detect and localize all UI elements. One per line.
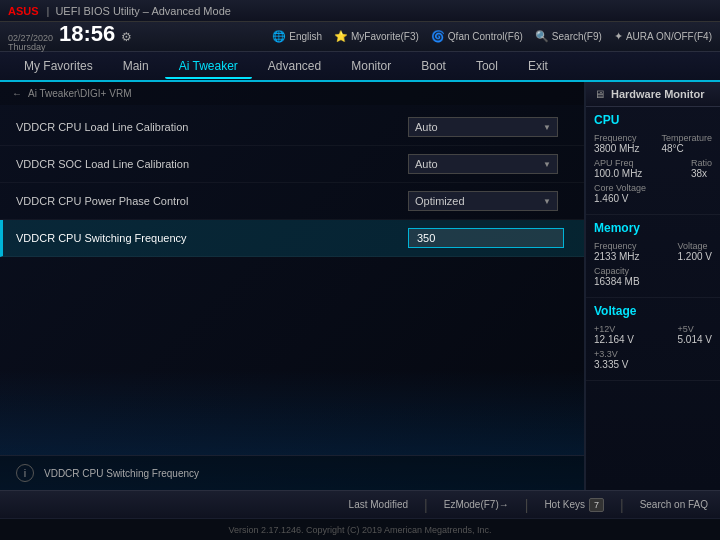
qfan-button[interactable]: 🌀 Qfan Control(F6) — [431, 30, 523, 43]
search-label: Search(F9) — [552, 31, 602, 42]
hw-capacity-row: Capacity 16384 MB — [594, 266, 712, 287]
toolbar: 🌐 English ⭐ MyFavorite(F3) 🌀 Qfan Contro… — [272, 30, 712, 43]
bios-title: UEFI BIOS Utility – Advanced Mode — [55, 5, 230, 17]
language-label: English — [289, 31, 322, 42]
settings-list: VDDCR CPU Load Line Calibration Auto ▼ V… — [0, 105, 584, 261]
info-bar: i VDDCR CPU Switching Frequency — [0, 455, 584, 490]
search-faq-button[interactable]: Search on FAQ — [640, 499, 708, 510]
bottombar: Last Modified | EzMode(F7)→ | Hot Keys 7… — [0, 490, 720, 518]
language-selector[interactable]: 🌐 English — [272, 30, 322, 43]
nav-monitor[interactable]: Monitor — [337, 55, 405, 77]
last-modified-item: Last Modified — [349, 499, 408, 510]
hw-cpu-freq-row: Frequency 3800 MHz Temperature 48°C — [594, 133, 712, 154]
hw-33v-row: +3.3V 3.335 V — [594, 349, 712, 370]
setting-label-vddcr-cpu-power: VDDCR CPU Power Phase Control — [16, 195, 408, 207]
setting-row-vddcr-soc-load[interactable]: VDDCR SOC Load Line Calibration Auto ▼ — [0, 146, 584, 183]
dropdown-value-vddcr-cpu-power: Optimized — [415, 195, 537, 207]
hw-apufreq-value: 100.0 MHz — [594, 168, 642, 179]
separator-1: | — [424, 497, 428, 513]
dropdown-arrow-icon-2: ▼ — [543, 160, 551, 169]
dropdown-vddcr-cpu-power[interactable]: Optimized ▼ — [408, 191, 558, 211]
myfavorite-label: MyFavorite(F3) — [351, 31, 419, 42]
search-icon: 🔍 — [535, 30, 549, 43]
setting-row-vddcr-cpu-load[interactable]: VDDCR CPU Load Line Calibration Auto ▼ — [0, 109, 584, 146]
hw-memvolt-label: Voltage — [678, 241, 712, 251]
nav-exit[interactable]: Exit — [514, 55, 562, 77]
nav-advanced[interactable]: Advanced — [254, 55, 335, 77]
hotkeys-item: Hot Keys 7 — [544, 498, 604, 512]
favorites-icon: ⭐ — [334, 30, 348, 43]
myfavorite-button[interactable]: ⭐ MyFavorite(F3) — [334, 30, 419, 43]
hw-corevolt-label: Core Voltage — [594, 183, 646, 193]
setting-label-vddcr-cpu-load: VDDCR CPU Load Line Calibration — [16, 121, 408, 133]
dropdown-arrow-icon: ▼ — [543, 123, 551, 132]
nav-my-favorites[interactable]: My Favorites — [10, 55, 107, 77]
setting-control-vddcr-cpu-load: Auto ▼ — [408, 117, 568, 137]
asus-logo: ASUS — [8, 5, 39, 17]
hw-memory-title: Memory — [594, 221, 712, 235]
hw-33v-label: +3.3V — [594, 349, 628, 359]
hw-voltage-title: Voltage — [594, 304, 712, 318]
nav-main[interactable]: Main — [109, 55, 163, 77]
hw-corevolt-row: Core Voltage 1.460 V — [594, 183, 712, 204]
gear-icon: ⚙ — [121, 30, 132, 44]
breadcrumb: ← Ai Tweaker\DIGI+ VRM — [0, 82, 584, 105]
qfan-label: Qfan Control(F6) — [448, 31, 523, 42]
hw-12v-label: +12V — [594, 324, 634, 334]
dropdown-vddcr-soc-load[interactable]: Auto ▼ — [408, 154, 558, 174]
hw-apufreq-label: APU Freq — [594, 158, 642, 168]
setting-control-vddcr-cpu-power: Optimized ▼ — [408, 191, 568, 211]
setting-row-vddcr-cpu-switching[interactable]: VDDCR CPU Switching Frequency — [0, 220, 584, 257]
hw-corevolt-value: 1.460 V — [594, 193, 646, 204]
aura-label: AURA ON/OFF(F4) — [626, 31, 712, 42]
datetime-display: 02/27/2020 Thursday 18:56 ⚙ — [8, 21, 132, 52]
hw-cpu-title: CPU — [594, 113, 712, 127]
hw-monitor-title: Hardware Monitor — [611, 88, 705, 100]
nav-ai-tweaker[interactable]: Ai Tweaker — [165, 55, 252, 79]
navbar: My Favorites Main Ai Tweaker Advanced Mo… — [0, 52, 720, 82]
hw-ratio-label: Ratio — [691, 158, 712, 168]
fan-icon: 🌀 — [431, 30, 445, 43]
separator-2: | — [525, 497, 529, 513]
text-input-vddcr-cpu-switching[interactable] — [408, 228, 564, 248]
setting-label-vddcr-soc-load: VDDCR SOC Load Line Calibration — [16, 158, 408, 170]
main-content: ← Ai Tweaker\DIGI+ VRM VDDCR CPU Load Li… — [0, 82, 720, 490]
time-display: 18:56 — [59, 21, 115, 47]
hw-memfreq-label: Frequency — [594, 241, 640, 251]
settings-panel: ← Ai Tweaker\DIGI+ VRM VDDCR CPU Load Li… — [0, 82, 585, 490]
hw-memvolt-value: 1.200 V — [678, 251, 712, 262]
hw-freq-label: Frequency — [594, 133, 640, 143]
monitor-icon: 🖥 — [594, 88, 605, 100]
hw-5v-value: 5.014 V — [678, 334, 712, 345]
hw-5v-label: +5V — [678, 324, 712, 334]
hw-temp-label: Temperature — [661, 133, 712, 143]
secondbar: 02/27/2020 Thursday 18:56 ⚙ 🌐 English ⭐ … — [0, 22, 720, 52]
setting-row-vddcr-cpu-power[interactable]: VDDCR CPU Power Phase Control Optimized … — [0, 183, 584, 220]
nav-tool[interactable]: Tool — [462, 55, 512, 77]
topbar: ASUS | UEFI BIOS Utility – Advanced Mode — [0, 0, 720, 22]
setting-control-vddcr-soc-load: Auto ▼ — [408, 154, 568, 174]
info-text: VDDCR CPU Switching Frequency — [44, 468, 199, 479]
breadcrumb-text: Ai Tweaker\DIGI+ VRM — [28, 88, 131, 99]
aura-button[interactable]: ✦ AURA ON/OFF(F4) — [614, 30, 712, 43]
hw-capacity-label: Capacity — [594, 266, 640, 276]
dropdown-value-vddcr-soc-load: Auto — [415, 158, 537, 170]
hw-apu-row: APU Freq 100.0 MHz Ratio 38x — [594, 158, 712, 179]
hw-monitor-header: 🖥 Hardware Monitor — [586, 82, 720, 107]
dropdown-vddcr-cpu-load[interactable]: Auto ▼ — [408, 117, 558, 137]
hw-voltage-section: Voltage +12V 12.164 V +5V 5.014 V +3.3V … — [586, 298, 720, 381]
copyright-text: Version 2.17.1246. Copyright (C) 2019 Am… — [228, 525, 491, 535]
hw-cpu-section: CPU Frequency 3800 MHz Temperature 48°C … — [586, 107, 720, 215]
search-button[interactable]: 🔍 Search(F9) — [535, 30, 602, 43]
hw-memory-section: Memory Frequency 2133 MHz Voltage 1.200 … — [586, 215, 720, 298]
hw-freq-value: 3800 MHz — [594, 143, 640, 154]
ezmode-button[interactable]: EzMode(F7)→ — [444, 499, 509, 510]
nav-boot[interactable]: Boot — [407, 55, 460, 77]
back-arrow-icon[interactable]: ← — [12, 88, 22, 99]
hotkeys-label: Hot Keys — [544, 499, 585, 510]
hw-temp-value: 48°C — [661, 143, 712, 154]
hw-12v-row: +12V 12.164 V +5V 5.014 V — [594, 324, 712, 345]
hw-memfreq-value: 2133 MHz — [594, 251, 640, 262]
language-icon: 🌐 — [272, 30, 286, 43]
dropdown-arrow-icon-3: ▼ — [543, 197, 551, 206]
